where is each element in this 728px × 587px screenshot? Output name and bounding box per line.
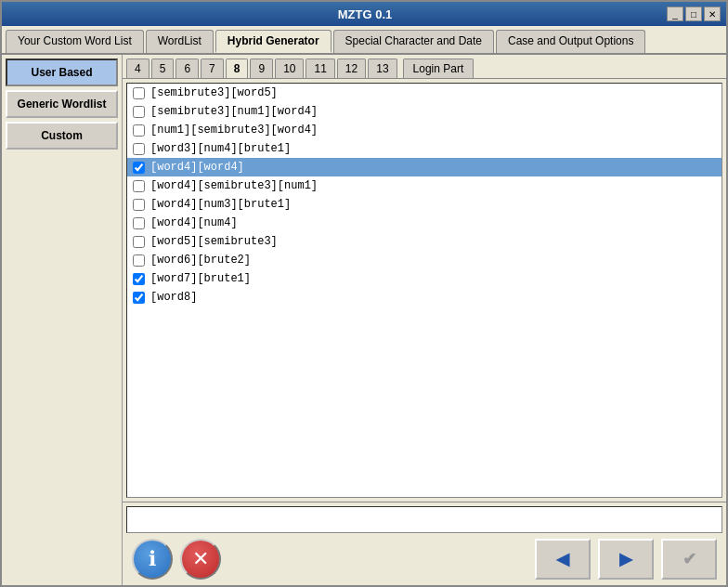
- list-scroll[interactable]: [semibrute3][word5][semibrute3][num1][wo…: [127, 84, 722, 497]
- list-item-label: [semibrute3][num1][word4]: [150, 105, 318, 118]
- main-window: MZTG 0.1 _ □ ✕ Your Custom Word List Wor…: [0, 0, 728, 587]
- left-buttons: ℹ ✕: [132, 539, 221, 580]
- sub-tab-10[interactable]: 10: [275, 59, 304, 78]
- sidebar-custom[interactable]: Custom: [6, 122, 118, 150]
- list-item-label: [word7][brute1]: [150, 272, 251, 285]
- sidebar-generic-wordlist[interactable]: Generic Wordlist: [6, 90, 118, 118]
- list-item-checkbox[interactable]: [133, 273, 145, 285]
- list-item-checkbox[interactable]: [133, 162, 145, 174]
- list-item[interactable]: [word5][semibrute3]: [127, 232, 722, 251]
- sub-tab-6[interactable]: 6: [176, 59, 199, 78]
- minimize-button[interactable]: _: [667, 7, 683, 21]
- list-item-label: [word3][num4][brute1]: [150, 142, 291, 155]
- sidebar-user-based[interactable]: User Based: [6, 59, 118, 86]
- list-item[interactable]: [word4][num3][brute1]: [127, 195, 722, 214]
- list-item[interactable]: [semibrute3][word5]: [127, 84, 722, 102]
- list-item-label: [word5][semibrute3]: [150, 235, 278, 248]
- right-buttons: ◀ ▶ ✔: [535, 539, 717, 580]
- sub-tab-7[interactable]: 7: [201, 59, 224, 78]
- sub-tab-bar: 4 5 6 7 8 9 10 11 12 13 Login Part: [123, 55, 726, 79]
- list-item-label: [word6][brute2]: [150, 254, 251, 267]
- tab-hybrid-generator[interactable]: Hybrid Generator: [215, 30, 332, 53]
- window-title: MZTG 0.1: [63, 7, 667, 21]
- sub-tab-13[interactable]: 13: [368, 59, 396, 78]
- list-item-label: [word4][semibrute3][num1]: [150, 179, 318, 192]
- list-item-checkbox[interactable]: [133, 143, 145, 155]
- list-item-checkbox[interactable]: [133, 292, 145, 304]
- window-controls: _ □ ✕: [667, 7, 721, 21]
- sub-tab-9[interactable]: 9: [250, 59, 273, 78]
- list-item-checkbox[interactable]: [133, 124, 145, 137]
- list-item[interactable]: [word3][num4][brute1]: [127, 139, 722, 158]
- sub-tab-12[interactable]: 12: [337, 59, 366, 78]
- list-item-label: [word4][num3][brute1]: [150, 198, 291, 211]
- list-item-label: [word4][word4]: [150, 161, 244, 174]
- list-item[interactable]: [word4][semibrute3][num1]: [127, 176, 722, 195]
- maximize-button[interactable]: □: [685, 7, 702, 21]
- sidebar: User Based Generic Wordlist Custom: [2, 55, 123, 585]
- tab-login-part[interactable]: Login Part: [403, 59, 474, 78]
- sub-tab-5[interactable]: 5: [151, 59, 175, 78]
- list-item-label: [word8]: [150, 291, 197, 304]
- info-button[interactable]: ℹ: [132, 539, 173, 580]
- list-item-checkbox[interactable]: [133, 180, 145, 192]
- back-button[interactable]: ◀: [535, 539, 591, 580]
- list-item[interactable]: [word8]: [127, 288, 722, 307]
- list-item-checkbox[interactable]: [133, 254, 145, 267]
- forward-button[interactable]: ▶: [598, 539, 654, 580]
- title-bar: MZTG 0.1 _ □ ✕: [2, 2, 726, 26]
- list-item-checkbox[interactable]: [133, 217, 145, 229]
- list-item[interactable]: [word6][brute2]: [127, 251, 722, 269]
- bottom-content-area: [126, 506, 722, 533]
- list-item-checkbox[interactable]: [133, 236, 145, 248]
- list-item-checkbox[interactable]: [133, 87, 145, 99]
- list-item-checkbox[interactable]: [133, 106, 145, 118]
- content-area: 4 5 6 7 8 9 10 11 12 13 Login Part [semi…: [123, 55, 726, 585]
- sub-tab-8[interactable]: 8: [226, 59, 249, 78]
- list-item-label: [num1][semibrute3][word4]: [150, 124, 318, 137]
- tab-special-character[interactable]: Special Character and Date: [333, 30, 494, 53]
- main-content: User Based Generic Wordlist Custom 4 5 6…: [2, 55, 726, 585]
- main-tab-bar: Your Custom Word List WordList Hybrid Ge…: [2, 26, 726, 55]
- bottom-panel: ℹ ✕ ◀ ▶ ✔: [123, 502, 726, 585]
- list-item-label: [word4][num4]: [150, 216, 238, 229]
- list-item[interactable]: [word4][word4]: [127, 158, 722, 176]
- tab-custom-word-list[interactable]: Your Custom Word List: [6, 30, 144, 53]
- confirm-button[interactable]: ✔: [661, 539, 717, 580]
- bottom-buttons: ℹ ✕ ◀ ▶ ✔: [123, 533, 726, 585]
- list-item[interactable]: [word7][brute1]: [127, 269, 722, 288]
- list-item[interactable]: [num1][semibrute3][word4]: [127, 121, 722, 139]
- sub-tab-4[interactable]: 4: [126, 59, 150, 78]
- list-container: [semibrute3][word5][semibrute3][num1][wo…: [126, 83, 722, 498]
- tab-case-output[interactable]: Case and Output Options: [496, 30, 645, 53]
- list-item-checkbox[interactable]: [133, 199, 145, 211]
- list-item[interactable]: [semibrute3][num1][word4]: [127, 102, 722, 121]
- list-item[interactable]: [word4][num4]: [127, 214, 722, 232]
- sub-tab-11[interactable]: 11: [306, 59, 334, 78]
- close-window-button[interactable]: ✕: [704, 7, 721, 21]
- list-item-label: [semibrute3][word5]: [150, 86, 278, 99]
- tab-wordlist[interactable]: WordList: [146, 30, 214, 53]
- cancel-button[interactable]: ✕: [180, 539, 221, 580]
